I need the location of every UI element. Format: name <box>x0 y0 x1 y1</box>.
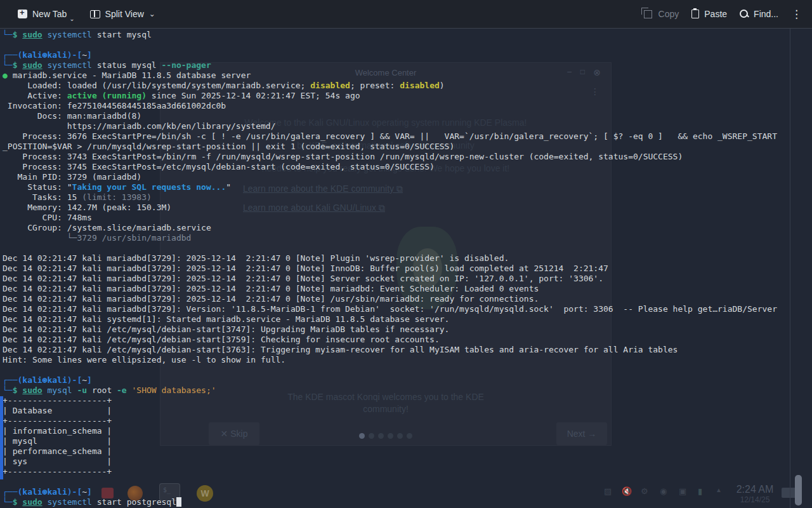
terminal-text-segment: Invocation: fe2751044568445185aa3d661002… <box>3 101 226 110</box>
terminal-text-segment: ~ <box>82 50 87 60</box>
paste-button[interactable]: Paste <box>685 0 733 29</box>
terminal-text-segment: _POSITION=$VAR > /run/mysqld/wsrep-start… <box>3 142 454 151</box>
scrollbar-thumb[interactable] <box>795 475 802 505</box>
terminal-line: Loaded: loaded (/usr/lib/systemd/system/… <box>3 81 790 91</box>
terminal-line: | performance_schema | <box>3 446 790 457</box>
terminal-text-segment: sudo <box>22 385 42 395</box>
terminal-line: Tasks: 15 (limit: 13983) <box>3 192 790 203</box>
paste-icon <box>691 10 699 18</box>
terminal-line: Dec 14 02:21:47 kali mariadbd[3729]: Ver… <box>3 304 790 314</box>
terminal-line: | Database | <box>3 406 790 416</box>
terminal-text-segment: kali⊛kali <box>22 487 67 497</box>
terminal-line: Dec 14 02:21:47 kali mariadbd[3729]: 202… <box>3 294 790 304</box>
terminal-text-segment: CGroup: /system.slice/mariadb.service <box>3 223 211 232</box>
terminal-line: | sys | <box>3 457 790 467</box>
new-output-indicator <box>0 396 3 479</box>
terminal-text-segment: Status: " <box>3 182 72 192</box>
terminal-line: | mysql | <box>3 436 790 446</box>
terminal-text-segment: sudo <box>22 60 42 70</box>
terminal-text-segment: └─ <box>3 385 13 395</box>
terminal-text-segment: | mysql | <box>3 436 112 446</box>
terminal-text-segment: https://mariadb.com/kb/en/library/system… <box>3 121 275 131</box>
terminal-line: Process: 3676 ExecStartPre=/bin/sh -c [ … <box>3 131 790 142</box>
terminal-text-segment: Loaded: loaded (/usr/lib/systemd/system/… <box>3 81 310 90</box>
terminal-text-segment: ● <box>3 70 13 80</box>
terminal-text-segment: Dec 14 02:21:47 kali mariadbd[3729]: 202… <box>3 294 539 304</box>
terminal-text-segment: Process: 3745 ExecStartPost=/etc/mysql/d… <box>3 162 435 171</box>
terminal-text-segment: └─3729 /usr/sbin/mariadbd <box>67 233 192 243</box>
terminal-text-segment: )-[ <box>67 375 82 385</box>
terminal-line: +--------------------+ <box>3 416 790 426</box>
terminal-text-segment: --no-pager <box>161 60 211 70</box>
terminal-line: ┌──(kali⊛kali)-[~] <box>3 50 790 60</box>
terminal-line: +--------------------+ <box>3 467 790 477</box>
terminal-line <box>3 365 790 375</box>
terminal-text-segment: +--------------------+ <box>3 416 112 425</box>
terminal-text-segment: Dec 14 02:21:47 kali mariadbd[3729]: 202… <box>3 264 608 273</box>
terminal-line: Dec 14 02:21:47 kali /etc/mysql/debian-s… <box>3 324 790 335</box>
terminal-text-segment: sudo <box>22 497 42 507</box>
terminal-line: Process: 3743 ExecStartPost=/bin/rm -f /… <box>3 152 790 162</box>
terminal-line: Dec 14 02:21:47 kali /etc/mysql/debian-s… <box>3 345 790 355</box>
terminal-text-segment: Tasks: 15 <box>3 192 82 202</box>
terminal-line: Dec 14 02:21:47 kali mariadbd[3729]: 202… <box>3 253 790 264</box>
konsole-toolbar: New Tab ⌄ Split View ⌄ Copy Paste Find..… <box>0 0 812 29</box>
terminal-text-segment: status mysql <box>92 60 162 70</box>
terminal-line <box>3 477 790 487</box>
terminal-text-segment: (limit: 13983) <box>82 192 152 202</box>
terminal-text-segment <box>3 233 67 243</box>
terminal-text-segment: -u <box>77 385 87 395</box>
terminal-text-segment: 'SHOW databases;' <box>132 385 216 395</box>
split-view-label: Split View <box>105 9 144 19</box>
terminal-text-segment: ┌──( <box>3 50 22 60</box>
terminal-text-segment: since Sun 2025-12-14 02:21:47 EST; 54s a… <box>147 91 360 100</box>
terminal-text-segment: " <box>226 182 231 192</box>
terminal-line: CGroup: /system.slice/mariadb.service <box>3 223 790 233</box>
scrollbar-track[interactable] <box>790 29 790 508</box>
terminal-text-segment: $ <box>13 497 23 507</box>
terminal-line: Dec 14 02:21:47 kali mariadbd[3729]: 202… <box>3 284 790 294</box>
terminal-line: └─$ sudo systemctl status mysql --no-pag… <box>3 60 790 70</box>
terminal-line <box>3 243 790 253</box>
terminal-line: Hint: Some lines were ellipsized, use -l… <box>3 355 790 365</box>
terminal-text-segment: Dec 14 02:21:47 kali /etc/mysql/debian-s… <box>3 335 440 344</box>
terminal-line: Status: "Taking your SQL requests now...… <box>3 182 790 192</box>
terminal-text-segment: Dec 14 02:21:47 kali mariadbd[3729]: 202… <box>3 284 539 293</box>
terminal-cursor <box>176 497 181 507</box>
terminal-text-segment: Dec 14 02:21:47 kali systemd[1]: Started… <box>3 314 449 324</box>
terminal-text-segment: Dec 14 02:21:47 kali mariadbd[3729]: Ver… <box>3 304 777 314</box>
terminal-text-segment: Memory: 142.7M (peak: 150.3M) <box>3 203 171 212</box>
terminal-text-segment: systemctl <box>47 497 91 507</box>
split-view-chevron-icon: ⌄ <box>149 10 155 18</box>
terminal-text-segment: └─ <box>3 497 13 507</box>
overflow-menu-button[interactable]: ⋮ <box>785 8 808 21</box>
terminal-text-segment: systemctl <box>47 60 91 70</box>
find-button[interactable]: Find... <box>733 0 785 29</box>
terminal-text-segment: $ <box>13 385 23 395</box>
terminal-line <box>3 40 790 50</box>
copy-button[interactable]: Copy <box>638 0 686 29</box>
terminal-line: +--------------------+ <box>3 396 790 406</box>
terminal-line: └─$ sudo systemctl start mysql <box>3 30 790 40</box>
new-tab-chevron-icon[interactable]: ⌄ <box>69 15 74 22</box>
terminal-text-segment: CPU: 748ms <box>3 213 92 222</box>
terminal-line: Dec 14 02:21:47 kali mariadbd[3729]: 202… <box>3 274 790 284</box>
split-view-button[interactable]: Split View ⌄ <box>84 0 162 29</box>
terminal-text-segment: $ <box>13 30 23 39</box>
terminal-text-segment: Dec 14 02:21:47 kali mariadbd[3729]: 202… <box>3 253 509 263</box>
terminal-line: CPU: 748ms <box>3 213 790 223</box>
terminal-text-segment: )-[ <box>67 487 82 497</box>
terminal-text-segment: ] <box>87 375 92 385</box>
terminal-line: Main PID: 3729 (mariadbd) <box>3 172 790 182</box>
copy-label: Copy <box>658 9 679 19</box>
terminal-text-segment: -e <box>117 385 127 395</box>
terminal-text-segment: active (running) <box>67 91 147 100</box>
terminal-text-segment: kali⊛kali <box>22 375 67 385</box>
terminal-line: └─$ sudo mysql -u root -e 'SHOW database… <box>3 385 790 396</box>
new-tab-icon <box>18 10 27 18</box>
terminal-text-segment: root <box>87 385 117 395</box>
terminal-line: └─3729 /usr/sbin/mariadbd <box>3 233 790 243</box>
terminal-content[interactable]: └─$ sudo systemctl start mysql ┌──(kali⊛… <box>0 29 790 508</box>
terminal-line: ┌──(kali⊛kali)-[~] <box>3 487 790 497</box>
new-tab-button[interactable]: New Tab ⌄ <box>11 0 84 29</box>
